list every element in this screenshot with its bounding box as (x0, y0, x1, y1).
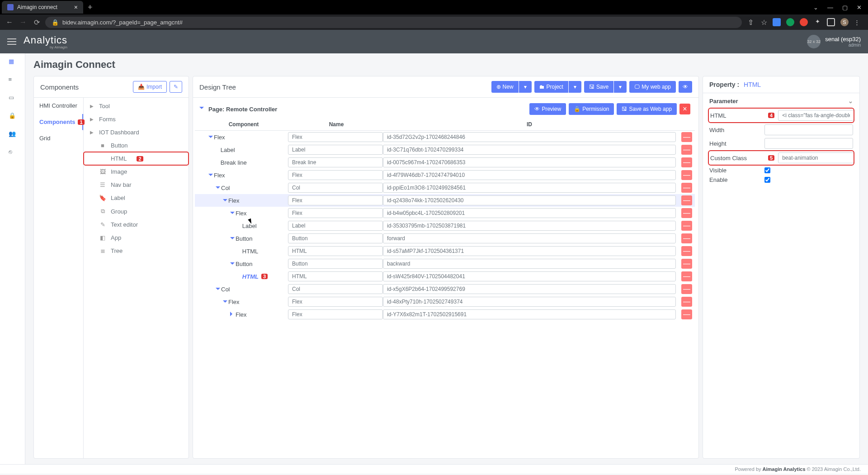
tree-row[interactable]: Label— (195, 219, 695, 232)
extension-icon[interactable] (773, 18, 781, 26)
tree-name-input[interactable] (288, 170, 383, 180)
delete-row-button[interactable]: — (681, 208, 692, 218)
save-dropdown[interactable]: ▾ (614, 81, 627, 93)
tree-name-input[interactable] (288, 208, 383, 218)
tree-row[interactable]: Label— (195, 143, 695, 156)
exit-icon[interactable]: ⎋ (9, 148, 17, 157)
delete-row-button[interactable]: — (681, 284, 692, 294)
tree-name-input[interactable] (288, 259, 383, 269)
tree-caret-icon[interactable] (223, 300, 227, 305)
lock-icon[interactable]: 🔒 (9, 112, 17, 120)
page-caret[interactable] (199, 107, 204, 111)
chevron-down-icon[interactable]: ⌄ (848, 98, 853, 104)
extension-icon[interactable] (800, 18, 808, 26)
left-tab-hmi-controller[interactable]: HMI Controller (34, 98, 83, 114)
savewebapp-button[interactable]: 🖫 Save as Web app (617, 103, 677, 115)
new-dropdown[interactable]: ▾ (519, 81, 532, 93)
close-icon[interactable]: ✕ (857, 4, 862, 11)
edit-button[interactable]: ✎ (170, 81, 182, 93)
tree-id-input[interactable] (383, 221, 676, 231)
import-button[interactable]: 📥 Import (133, 81, 167, 93)
mywebapp-button[interactable]: 🖵 My web app (629, 81, 676, 93)
delete-row-button[interactable]: — (681, 221, 692, 231)
tree-name-input[interactable] (288, 233, 383, 243)
menu-toggle[interactable] (7, 38, 16, 45)
component-item-nav-bar[interactable]: ☰Nav bar (84, 178, 189, 191)
tree-name-input[interactable] (288, 297, 383, 307)
tree-name-input[interactable] (288, 132, 383, 142)
component-item-text-editor[interactable]: ✎Text editor (84, 218, 189, 231)
new-button[interactable]: ⊕ New (491, 81, 519, 93)
close-icon[interactable]: × (74, 4, 78, 11)
left-tab-grid[interactable]: Grid (34, 130, 83, 147)
tree-row[interactable]: Flex— (195, 295, 695, 308)
param-input[interactable] (778, 152, 854, 163)
delete-row-button[interactable]: — (681, 259, 692, 269)
left-tab-components[interactable]: Components1 (34, 114, 83, 130)
tree-id-input[interactable] (383, 271, 676, 281)
param-checkbox[interactable] (764, 167, 770, 173)
component-item-forms[interactable]: ▶Forms (84, 113, 189, 126)
database-icon[interactable]: ≡ (9, 76, 17, 84)
component-item-html[interactable]: HTML2 (84, 152, 189, 165)
tree-row[interactable]: Flex— (195, 207, 695, 219)
tree-id-input[interactable] (383, 183, 676, 193)
tree-name-input[interactable] (288, 284, 383, 294)
tree-row[interactable]: Flex— (195, 308, 695, 321)
profile-avatar[interactable]: S (840, 18, 849, 26)
delete-row-button[interactable]: — (681, 145, 692, 155)
tree-caret-icon[interactable] (230, 262, 235, 267)
preview-icon-button[interactable]: 👁 (679, 81, 692, 93)
tree-caret-icon[interactable] (216, 186, 220, 191)
delete-row-button[interactable]: — (681, 309, 692, 319)
tree-name-input[interactable] (288, 271, 383, 281)
tree-row[interactable]: HTML— (195, 245, 695, 257)
tree-id-input[interactable] (383, 157, 676, 167)
delete-row-button[interactable]: — (681, 157, 692, 167)
delete-row-button[interactable]: — (681, 132, 692, 142)
user-menu[interactable]: 32 x 32 senal (esp32) admin (807, 35, 861, 48)
tree-caret-icon[interactable] (208, 136, 213, 140)
component-item-iot-dashboard[interactable]: ▶IOT Dashboard (84, 126, 189, 139)
tree-id-input[interactable] (383, 132, 676, 142)
tree-id-input[interactable] (383, 246, 676, 256)
menu-icon[interactable]: ⋮ (854, 19, 860, 26)
component-item-tree[interactable]: ≣Tree (84, 244, 189, 257)
component-item-app[interactable]: ◧App (84, 231, 189, 244)
back-button[interactable]: ← (5, 18, 14, 26)
server-icon[interactable]: ▭ (9, 94, 17, 102)
tree-row[interactable]: Button— (195, 232, 695, 245)
tree-row[interactable]: Col— (195, 181, 695, 194)
tree-caret-icon[interactable] (216, 288, 220, 292)
tree-id-input[interactable] (383, 309, 676, 319)
delete-row-button[interactable]: — (681, 195, 692, 205)
tree-row[interactable]: HTML3— (195, 270, 695, 283)
delete-row-button[interactable]: — (681, 233, 692, 243)
project-button[interactable]: 🖿 Project (534, 81, 568, 93)
tree-caret-icon[interactable] (223, 199, 227, 204)
share-icon[interactable]: ⇧ (745, 18, 755, 27)
tree-row[interactable]: Button— (195, 257, 695, 270)
tree-name-input[interactable] (288, 221, 383, 231)
tree-row[interactable]: Flex— (195, 194, 695, 207)
tree-id-input[interactable] (383, 145, 676, 155)
param-input[interactable] (764, 124, 853, 135)
extensions-icon[interactable]: ✦ (813, 18, 821, 26)
tree-row[interactable]: Break line— (195, 156, 695, 169)
address-bar[interactable]: 🔒 bidev.aimagin.com/?_pageId=_page_amgcn… (45, 17, 742, 28)
component-item-tool[interactable]: ▶Tool (84, 100, 189, 113)
reload-button[interactable]: ⟳ (32, 18, 42, 27)
users-icon[interactable]: 👥 (9, 130, 17, 138)
component-item-label[interactable]: 🔖Label (84, 191, 189, 204)
delete-row-button[interactable]: — (681, 246, 692, 256)
document-icon[interactable]: ▦ (9, 58, 17, 66)
tree-name-input[interactable] (288, 246, 383, 256)
tree-id-input[interactable] (383, 233, 676, 243)
chevron-down-icon[interactable]: ⌄ (813, 4, 818, 11)
minimize-icon[interactable]: — (827, 4, 833, 11)
tree-name-input[interactable] (288, 195, 383, 205)
tree-row[interactable]: Col— (195, 283, 695, 295)
tree-row[interactable]: Flex— (195, 169, 695, 181)
tree-caret-icon[interactable] (230, 237, 235, 242)
tree-caret-icon[interactable] (230, 212, 235, 216)
